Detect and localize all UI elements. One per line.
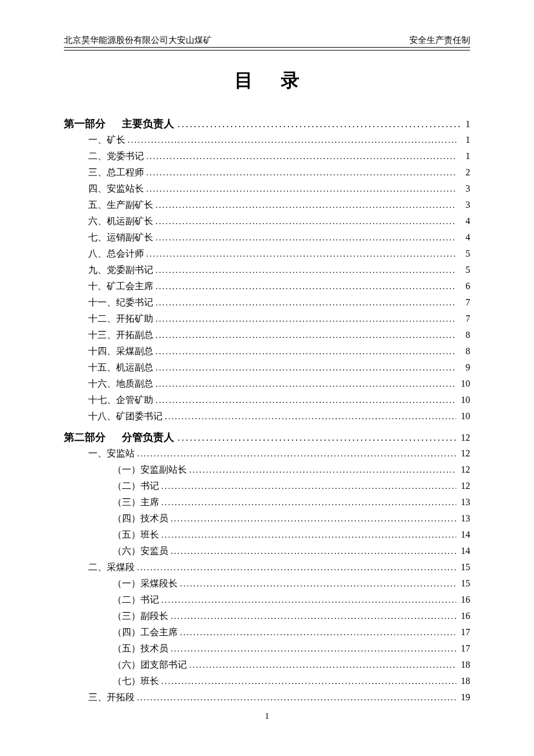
toc-item-page: 5 xyxy=(459,246,470,262)
toc-leader xyxy=(171,609,456,624)
toc-leader xyxy=(156,360,456,375)
toc-item-page: 4 xyxy=(459,213,470,229)
toc-item: （六）安监员14 xyxy=(64,543,470,559)
header-right: 安全生产责任制 xyxy=(409,35,470,46)
toc-section-label: 第二部分 xyxy=(64,430,106,444)
toc-item-page: 13 xyxy=(459,494,470,510)
toc-leader xyxy=(137,690,456,705)
toc-item-text: 十四、采煤副总 xyxy=(88,343,153,359)
toc-item: （五）班长14 xyxy=(64,527,470,543)
toc-leader xyxy=(156,214,456,229)
toc-leader xyxy=(171,641,456,656)
toc-item-page: 10 xyxy=(459,408,470,424)
toc-item-page: 12 xyxy=(459,445,470,462)
toc-leader xyxy=(161,527,456,542)
doc-title: 目录 xyxy=(92,68,470,93)
toc-item-page: 6 xyxy=(459,278,470,294)
toc-item-text: 十、矿工会主席 xyxy=(88,278,153,294)
toc-leader xyxy=(146,181,456,196)
toc-leader xyxy=(137,560,456,575)
toc-item-text: （五）班长 xyxy=(113,527,159,543)
toc-item: 八、总会计师5 xyxy=(64,246,470,262)
toc-item: 一、安监站12 xyxy=(64,445,470,462)
page-header: 北京昊华能源股份有限公司大安山煤矿 安全生产责任制 xyxy=(64,35,470,48)
toc-leader xyxy=(156,262,456,278)
toc-item: 五、生产副矿长3 xyxy=(64,197,470,213)
toc-item: 十一、纪委书记7 xyxy=(64,294,470,311)
toc-section-title: 主要负责人 xyxy=(122,117,174,131)
toc-leader xyxy=(156,344,456,359)
toc-item: 十八、矿团委书记10 xyxy=(64,408,470,424)
toc-leader xyxy=(137,446,456,461)
toc-item-text: 十八、矿团委书记 xyxy=(88,408,163,424)
toc-item-text: （三）副段长 xyxy=(113,608,168,624)
toc-item-text: 一、安监站 xyxy=(88,445,135,462)
toc-item: （一）安监副站长12 xyxy=(64,462,470,478)
toc-item: 二、采煤段15 xyxy=(64,559,470,575)
toc-leader xyxy=(178,433,457,443)
toc-item-text: （一）安监副站长 xyxy=(113,462,187,478)
toc-item-page: 10 xyxy=(459,376,470,392)
toc-leader xyxy=(156,327,456,343)
toc-item-text: 一、矿长 xyxy=(88,132,125,148)
toc-item: 十三、开拓副总8 xyxy=(64,327,470,343)
toc-leader xyxy=(128,132,456,147)
toc-item-page: 13 xyxy=(459,510,470,527)
toc-item-text: （三）主席 xyxy=(113,494,159,510)
toc-leader xyxy=(156,295,456,310)
toc-item-page: 3 xyxy=(459,181,470,197)
toc-item-page: 19 xyxy=(459,689,470,705)
toc-item-page: 15 xyxy=(459,559,470,575)
toc-item-text: 十三、开拓副总 xyxy=(88,327,153,343)
toc-item: 十二、开拓矿助7 xyxy=(64,311,470,327)
toc-item-text: （二）书记 xyxy=(113,478,159,494)
toc-leader xyxy=(189,657,456,672)
toc-leader xyxy=(180,576,456,591)
toc-item-text: 二、采煤段 xyxy=(88,559,135,575)
toc-item: （四）技术员13 xyxy=(64,510,470,527)
toc-leader xyxy=(161,478,456,494)
toc-item-page: 10 xyxy=(459,392,470,408)
toc-item-page: 16 xyxy=(459,592,470,608)
toc-item: （三）副段长16 xyxy=(64,608,470,624)
toc-item: （七）班长18 xyxy=(64,673,470,689)
toc-item: （五）技术员17 xyxy=(64,640,470,657)
toc-leader xyxy=(161,592,456,607)
toc-item: 一、矿长1 xyxy=(64,132,470,148)
toc-item-page: 14 xyxy=(459,527,470,543)
toc-item-page: 16 xyxy=(459,608,470,624)
toc-item-page: 8 xyxy=(459,327,470,343)
toc-item: 九、党委副书记5 xyxy=(64,262,470,278)
toc-item-page: 7 xyxy=(459,294,470,311)
toc-item-text: 六、机运副矿长 xyxy=(88,213,153,229)
toc-leader xyxy=(178,119,462,129)
toc-item-text: （一）采煤段长 xyxy=(113,575,178,592)
toc-item-text: 四、安监站长 xyxy=(88,181,144,197)
toc-item: （三）主席13 xyxy=(64,494,470,510)
header-rule xyxy=(64,50,470,51)
toc-item-page: 17 xyxy=(459,640,470,657)
toc-item-text: 十一、纪委书记 xyxy=(88,294,153,311)
toc-item-text: 三、总工程师 xyxy=(88,164,144,181)
toc-item: 三、总工程师2 xyxy=(64,164,470,181)
toc-item-text: （五）技术员 xyxy=(113,640,168,657)
toc-item-page: 18 xyxy=(459,657,470,673)
toc-item-text: （六）安监员 xyxy=(113,543,168,559)
toc-item-page: 1 xyxy=(459,132,470,148)
toc-item-text: （四）技术员 xyxy=(113,510,168,527)
toc-item: 七、运销副矿长4 xyxy=(64,229,470,246)
toc-item-text: （七）班长 xyxy=(113,673,159,689)
toc-item-text: 二、党委书记 xyxy=(88,148,144,164)
toc-item-page: 17 xyxy=(459,624,470,640)
toc-item-page: 12 xyxy=(459,478,470,494)
toc-item-text: 十七、企管矿助 xyxy=(88,392,153,408)
toc-section-page: 1 xyxy=(466,119,470,129)
toc-leader xyxy=(161,495,456,510)
toc-item: （二）书记12 xyxy=(64,478,470,494)
toc-leader xyxy=(180,625,456,640)
table-of-contents: 第一部分主要负责人1一、矿长1二、党委书记1三、总工程师2四、安监站长3五、生产… xyxy=(64,117,470,705)
toc-item: 三、开拓段19 xyxy=(64,689,470,705)
toc-item: （四）工会主席17 xyxy=(64,624,470,640)
toc-item-page: 1 xyxy=(459,148,470,164)
toc-item-text: 九、党委副书记 xyxy=(88,262,153,278)
